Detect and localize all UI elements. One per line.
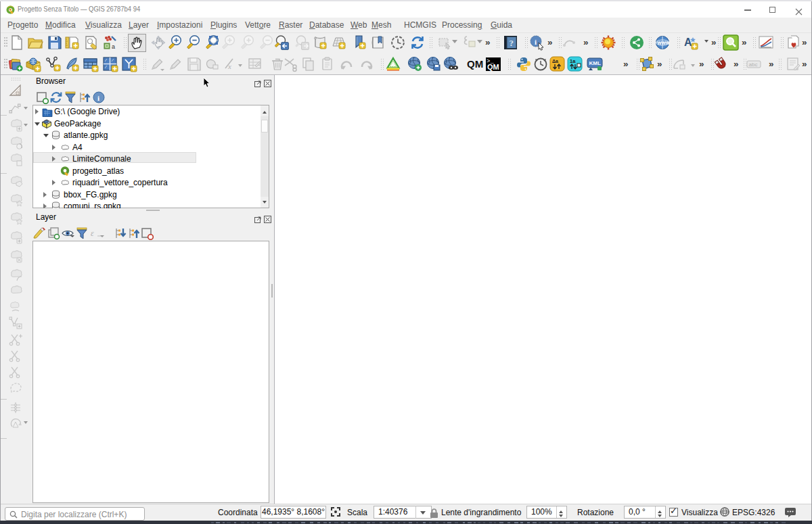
svg-text:?: ? [510, 38, 514, 48]
svg-text:abc: abc [749, 62, 758, 68]
svg-text:QM: QM [487, 63, 499, 71]
svg-text:KML: KML [589, 60, 601, 66]
svg-text:ε: ε [91, 229, 94, 238]
svg-text:i: i [535, 38, 537, 46]
svg-text:i: i [97, 94, 99, 102]
svg-text:a: a [112, 43, 115, 50]
svg-text:1a: 1a [570, 58, 576, 64]
svg-text:A: A [684, 37, 692, 48]
svg-text:x: x [227, 62, 231, 70]
svg-text:Δa: Δa [552, 59, 558, 64]
svg-text:WWW: WWW [658, 41, 671, 45]
